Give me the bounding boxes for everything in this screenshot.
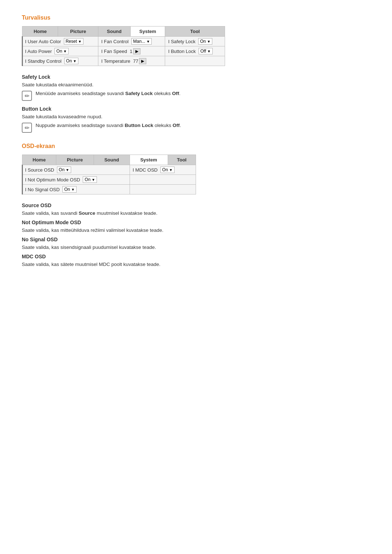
- user-auto-color-dropdown[interactable]: Reset ▼: [64, 38, 83, 45]
- turvalisus-title: Turvalisus: [22, 15, 370, 21]
- osd-ekraan-title: OSD-ekraan: [22, 143, 370, 149]
- tab-system[interactable]: System: [130, 26, 165, 37]
- source-osd-heading: Source OSD: [22, 202, 370, 208]
- not-optimum-para: Saate valida, kas mitteühilduva režiimi …: [22, 227, 370, 233]
- temperature-value: 77: [133, 58, 138, 64]
- auto-power-dropdown[interactable]: On ▼: [54, 48, 69, 54]
- standby-control-dropdown[interactable]: On ▼: [64, 58, 78, 64]
- turvalisus-menu-table: Home Picture Sound System Tool I User Au…: [22, 26, 225, 66]
- table-row: I Not Optimum Mode OSD On ▼: [23, 175, 196, 185]
- standby-control-cell: I Standby Control On ▼: [23, 56, 98, 66]
- dropdown-arrow: ▼: [207, 49, 211, 53]
- no-signal-cell: I No Signal OSD On ▼: [23, 185, 130, 194]
- fan-speed-value: 1: [130, 49, 132, 54]
- fan-speed-arrow-btn[interactable]: ▶: [133, 48, 140, 54]
- fan-speed-label: I Fan Speed: [101, 49, 127, 54]
- table-row: I User Auto Color Reset ▼ I Fan Control: [23, 37, 225, 46]
- not-optimum-dropdown[interactable]: On ▼: [83, 176, 97, 183]
- table-row: I Auto Power On ▼ I Fan Speed 1 ▶: [23, 46, 225, 56]
- tab-sound[interactable]: Sound: [98, 26, 130, 37]
- no-signal-label: I No Signal OSD: [25, 187, 60, 192]
- safety-lock-note: ✏ Menüüde avamiseks seadistage suvandi S…: [22, 90, 370, 101]
- mdc-osd-label: I MDC OSD: [133, 167, 158, 173]
- dropdown-arrow: ▼: [91, 178, 95, 182]
- safety-lock-note-text: Menüüde avamiseks seadistage suvandi Saf…: [36, 90, 180, 97]
- safety-lock-para: Saate lukustada ekraanimenüüd.: [22, 82, 370, 87]
- empty-osd-cell: [130, 175, 196, 185]
- safety-lock-dropdown[interactable]: On ▼: [198, 38, 212, 45]
- button-lock-note: ✏ Nuppude avamiseks seadistage suvandi B…: [22, 122, 370, 133]
- button-lock-para: Saate lukustada kuvaseadme nupud.: [22, 114, 370, 119]
- pencil-icon: ✏: [22, 91, 32, 101]
- temperature-label: I Temperature: [101, 58, 130, 64]
- dropdown-arrow: ▼: [71, 188, 75, 192]
- tab-tool[interactable]: Tool: [165, 26, 225, 37]
- dropdown-arrow: ▼: [146, 40, 150, 44]
- source-osd-label: I Source OSD: [25, 167, 54, 173]
- pencil-icon-2: ✏: [22, 123, 32, 133]
- safety-lock-heading: Safety Lock: [22, 74, 370, 80]
- not-optimum-cell: I Not Optimum Mode OSD On ▼: [23, 175, 130, 185]
- safety-lock-cell: I Safety Lock On ▼: [165, 37, 225, 46]
- dropdown-arrow: ▼: [73, 59, 77, 63]
- fan-control-cell: I Fan Control Man... ▼: [98, 37, 165, 46]
- tab-home[interactable]: Home: [23, 26, 58, 37]
- source-osd-dropdown[interactable]: On ▼: [57, 167, 71, 173]
- mdc-osd-dropdown[interactable]: On ▼: [160, 167, 175, 173]
- osd-tab-home[interactable]: Home: [23, 155, 56, 165]
- dropdown-arrow: ▼: [207, 40, 211, 44]
- auto-power-label: I Auto Power: [25, 49, 52, 54]
- mdc-osd-para: Saate valida, kas sätete muutmisel MDC p…: [22, 262, 370, 267]
- user-auto-color-label: I User Auto Color: [25, 39, 61, 44]
- fan-control-label: I Fan Control: [101, 39, 128, 44]
- source-osd-cell: I Source OSD On ▼: [23, 165, 130, 175]
- mdc-osd-cell: I MDC OSD On ▼: [130, 165, 196, 175]
- empty-osd-cell-2: [130, 185, 196, 194]
- no-signal-dropdown[interactable]: On ▼: [62, 186, 77, 193]
- tab-picture[interactable]: Picture: [58, 26, 98, 37]
- osd-tab-system[interactable]: System: [130, 155, 168, 165]
- button-lock-cell: I Button Lock Off ▼: [165, 46, 225, 56]
- fan-speed-cell: I Fan Speed 1 ▶: [98, 46, 165, 56]
- safety-lock-label: I Safety Lock: [168, 39, 195, 44]
- mdc-osd-heading: MDC OSD: [22, 254, 370, 259]
- not-optimum-heading: Not Optimum Mode OSD: [22, 219, 370, 225]
- osd-tab-tool[interactable]: Tool: [168, 155, 196, 165]
- empty-cell: [165, 56, 225, 66]
- dropdown-arrow: ▼: [66, 168, 69, 172]
- temperature-cell: I Temperature 77 ▶: [98, 56, 165, 66]
- standby-control-label: I Standby Control: [25, 58, 61, 64]
- auto-power-cell: I Auto Power On ▼: [23, 46, 98, 56]
- button-lock-heading: Button Lock: [22, 106, 370, 112]
- turvalisus-section: Turvalisus Home Picture Sound System Too…: [22, 15, 370, 133]
- no-signal-heading: No Signal OSD: [22, 237, 370, 242]
- not-optimum-label: I Not Optimum Mode OSD: [25, 177, 80, 182]
- user-auto-color-cell: I User Auto Color Reset ▼: [25, 38, 95, 45]
- osd-menu-table: Home Picture Sound System Tool I Source …: [22, 155, 196, 194]
- button-lock-note-text: Nuppude avamiseks seadistage suvandi But…: [36, 122, 181, 129]
- table-row: I Source OSD On ▼ I MDC OSD On: [23, 165, 196, 175]
- dropdown-arrow: ▼: [78, 40, 82, 44]
- dropdown-arrow: ▼: [169, 168, 173, 172]
- osd-tab-sound[interactable]: Sound: [94, 155, 130, 165]
- table-row: I Standby Control On ▼ I Temperature 77 …: [23, 56, 225, 66]
- source-osd-para: Saate valida, kas suvandi Source muutmis…: [22, 210, 370, 216]
- col1-cell: I User Auto Color Reset ▼: [23, 37, 98, 46]
- dropdown-arrow: ▼: [63, 49, 67, 53]
- no-signal-para: Saate valida, kas sisendsignaali puudumi…: [22, 245, 370, 250]
- button-lock-dropdown[interactable]: Off ▼: [199, 48, 213, 54]
- osd-tab-picture[interactable]: Picture: [56, 155, 94, 165]
- fan-control-dropdown[interactable]: Man... ▼: [131, 38, 152, 45]
- button-lock-label: I Button Lock: [168, 49, 196, 54]
- table-row: I No Signal OSD On ▼: [23, 185, 196, 194]
- temperature-arrow-btn[interactable]: ▶: [139, 58, 146, 64]
- osd-ekraan-section: OSD-ekraan Home Picture Sound System Too…: [22, 143, 370, 267]
